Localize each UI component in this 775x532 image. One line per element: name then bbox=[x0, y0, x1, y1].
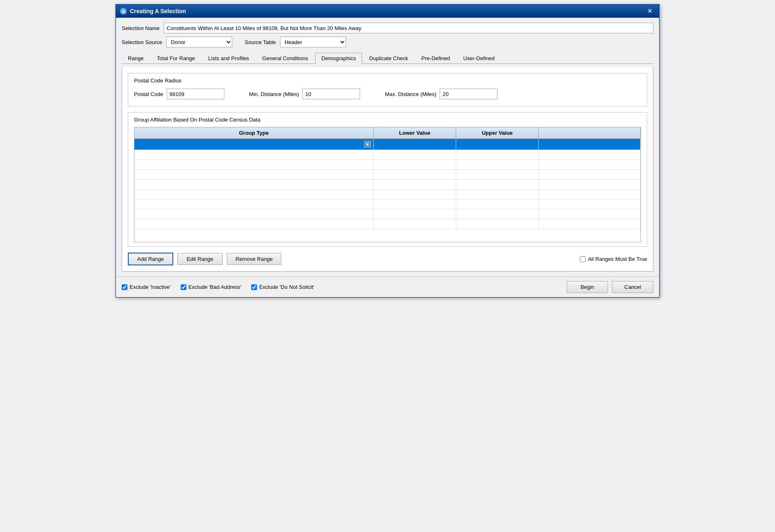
app-icon: ◎ bbox=[120, 8, 127, 14]
table-row bbox=[134, 199, 641, 209]
tab-total-for-range[interactable]: Total For Range bbox=[151, 53, 201, 64]
action-buttons-row: Add Range Edit Range Remove Range All Ra… bbox=[128, 253, 647, 265]
all-ranges-must-be-true-checkbox-label[interactable]: All Ranges Must Be True bbox=[580, 256, 647, 262]
table-row bbox=[134, 160, 641, 170]
tab-general-conditions[interactable]: General Conditions bbox=[256, 53, 314, 64]
content-area: Selection Name Selection Source Donor So… bbox=[116, 18, 659, 277]
tab-duplicate-check[interactable]: Duplicate Check bbox=[363, 53, 415, 64]
edit-range-button[interactable]: Edit Range bbox=[177, 253, 223, 265]
tab-range[interactable]: Range bbox=[122, 53, 150, 64]
postal-code-fields-row: Postal Code Min. Distance (Miles) Max. D… bbox=[134, 89, 641, 99]
grid-body[interactable]: ▼ bbox=[134, 139, 641, 242]
exclude-inactive-label[interactable]: Exclude 'Inactive' bbox=[122, 284, 171, 290]
add-range-button[interactable]: Add Range bbox=[128, 253, 173, 265]
extra-cell bbox=[539, 139, 641, 150]
table-row bbox=[134, 219, 641, 229]
selection-name-input[interactable] bbox=[164, 23, 653, 33]
min-distance-field: Min. Distance (Miles) bbox=[249, 89, 360, 99]
postal-code-field: Postal Code bbox=[134, 89, 224, 99]
exclude-inactive-text: Exclude 'Inactive' bbox=[130, 284, 171, 290]
col-header-group-type: Group Type bbox=[134, 127, 374, 138]
exclude-do-not-solicit-checkbox[interactable] bbox=[251, 284, 257, 290]
all-ranges-must-be-true-label: All Ranges Must Be True bbox=[588, 256, 647, 262]
max-distance-input[interactable] bbox=[440, 89, 497, 99]
max-distance-label: Max. Distance (Miles) bbox=[385, 91, 436, 97]
tab-demographics[interactable]: Demographics bbox=[315, 53, 362, 64]
exclude-do-not-solicit-text: Exclude 'Do Not Solicit' bbox=[259, 284, 314, 290]
group-affiliation-grid: Group Type Lower Value Upper Value bbox=[134, 127, 641, 242]
exclude-bad-address-checkbox[interactable] bbox=[181, 284, 186, 290]
main-window: ◎ Creating A Selection ✕ Selection Name … bbox=[115, 4, 660, 298]
grid-header: Group Type Lower Value Upper Value bbox=[134, 127, 641, 139]
table-row bbox=[134, 180, 641, 190]
postal-code-radius-title: Postal Code Radius bbox=[134, 77, 641, 84]
selection-source-row: Selection Source Donor Source Table Head… bbox=[122, 37, 653, 47]
group-type-dropdown-btn[interactable]: ▼ bbox=[363, 140, 372, 148]
col-header-lower-value: Lower Value bbox=[374, 127, 456, 138]
group-affiliation-title: Group Affiliation Based On Postal Code C… bbox=[134, 117, 641, 123]
window-title: Creating A Selection bbox=[130, 8, 186, 14]
cancel-button[interactable]: Cancel bbox=[612, 281, 653, 293]
table-row bbox=[134, 150, 641, 160]
source-table-select[interactable]: Header bbox=[280, 37, 346, 47]
lower-value-cell bbox=[374, 139, 456, 150]
min-distance-label: Min. Distance (Miles) bbox=[249, 91, 299, 97]
upper-value-cell bbox=[456, 139, 539, 150]
table-row bbox=[134, 190, 641, 199]
close-button[interactable]: ✕ bbox=[645, 7, 655, 15]
postal-code-radius-section: Postal Code Radius Postal Code Min. Dist… bbox=[128, 73, 647, 106]
selection-source-select[interactable]: Donor bbox=[166, 37, 232, 47]
postal-code-label: Postal Code bbox=[134, 91, 163, 97]
exclude-bad-address-label[interactable]: Exclude 'Bad Address' bbox=[181, 284, 242, 290]
table-row bbox=[134, 170, 641, 180]
min-distance-input[interactable] bbox=[302, 89, 360, 99]
selection-name-label: Selection Name bbox=[122, 25, 160, 31]
bottom-bar: Exclude 'Inactive' Exclude 'Bad Address'… bbox=[116, 277, 659, 297]
selection-source-label: Selection Source bbox=[122, 39, 162, 45]
table-row[interactable]: ▼ bbox=[134, 139, 641, 150]
group-affiliation-section: Group Affiliation Based On Postal Code C… bbox=[128, 112, 647, 247]
group-type-cell[interactable]: ▼ bbox=[134, 139, 374, 150]
tab-pre-defined[interactable]: Pre-Defined bbox=[415, 53, 456, 64]
postal-code-input[interactable] bbox=[167, 89, 224, 99]
tab-user-defined[interactable]: User-Defined bbox=[457, 53, 501, 64]
table-row bbox=[134, 209, 641, 219]
exclude-bad-address-text: Exclude 'Bad Address' bbox=[188, 284, 242, 290]
selection-name-row: Selection Name bbox=[122, 23, 653, 33]
col-header-extra bbox=[539, 127, 641, 138]
bottom-right-buttons: Begin Cancel bbox=[567, 281, 653, 293]
demographics-panel: Postal Code Radius Postal Code Min. Dist… bbox=[122, 67, 653, 272]
col-header-upper-value: Upper Value bbox=[456, 127, 539, 138]
tab-bar: Range Total For Range Lists and Profiles… bbox=[122, 52, 653, 64]
remove-range-button[interactable]: Remove Range bbox=[227, 253, 281, 265]
exclude-inactive-checkbox[interactable] bbox=[122, 284, 127, 290]
all-ranges-must-be-true-checkbox[interactable] bbox=[580, 256, 586, 262]
begin-button[interactable]: Begin bbox=[567, 281, 608, 293]
grid-scroll-wrapper: ▼ bbox=[134, 139, 641, 242]
source-table-label: Source Table bbox=[245, 39, 276, 45]
tab-lists-and-profiles[interactable]: Lists and Profiles bbox=[202, 53, 255, 64]
title-bar: ◎ Creating A Selection ✕ bbox=[116, 5, 659, 18]
exclude-do-not-solicit-label[interactable]: Exclude 'Do Not Solicit' bbox=[251, 284, 314, 290]
max-distance-field: Max. Distance (Miles) bbox=[385, 89, 497, 99]
title-bar-left: ◎ Creating A Selection bbox=[120, 8, 186, 14]
